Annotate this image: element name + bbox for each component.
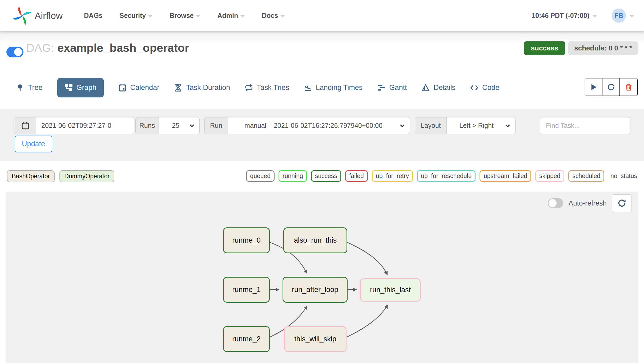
dag-name: example_bash_operator (57, 41, 189, 54)
state-legend-queued[interactable]: queued (246, 170, 275, 182)
runs-select[interactable]: 25 (159, 117, 200, 134)
top-navbar: Airflow DAGsSecurityBrowseAdminDocs 10:4… (0, 0, 644, 31)
tab-task-duration[interactable]: Task Duration (174, 84, 230, 92)
run-label: Run (204, 117, 228, 134)
schedule-badge[interactable]: schedule: 0 0 * * * (568, 41, 638, 55)
status-badge[interactable]: success (524, 41, 565, 55)
chevron-down-icon[interactable] (630, 15, 634, 18)
auto-refresh-toggle[interactable] (548, 198, 563, 208)
tab-label: Code (482, 84, 500, 92)
graph-refresh-button[interactable] (612, 194, 631, 212)
chevron-down-icon (189, 123, 195, 129)
task-node-run_this_last[interactable]: run_this_last (360, 278, 421, 302)
view-tabs: TreeGraphCalendarTask DurationTask Tries… (16, 78, 499, 97)
operator-legend-bashoperator[interactable]: BashOperator (7, 170, 55, 182)
nav-item-dags[interactable]: DAGs (84, 12, 102, 19)
run-select[interactable]: manual__2021-06-02T16:27:26.797940+00:00 (228, 117, 410, 134)
state-legend-upstream_failed[interactable]: upstream_failed (480, 170, 531, 182)
state-legend-no-status: no_status (610, 172, 637, 180)
tab-calendar[interactable]: Calendar (118, 84, 160, 92)
chevron-down-icon (399, 123, 405, 129)
tab-graph[interactable]: Graph (57, 78, 104, 97)
refresh-dag-button[interactable] (602, 78, 620, 96)
state-legend-skipped[interactable]: skipped (535, 170, 564, 182)
state-legend-running[interactable]: running (279, 170, 307, 182)
chevron-down-icon (593, 15, 597, 18)
run-value: manual__2021-06-02T16:27:26.797940+00:00 (244, 122, 383, 129)
state-legend-success[interactable]: success (311, 170, 341, 182)
dag-prefix: DAG: (26, 41, 54, 54)
nav-item-browse[interactable]: Browse (170, 12, 200, 19)
task-node-run_after_loop[interactable]: run_after_loop (283, 277, 348, 303)
tab-label: Task Tries (257, 84, 289, 92)
nav-item-docs[interactable]: Docs (262, 12, 285, 19)
operator-legend-dummyoperator[interactable]: DummyOperator (59, 170, 114, 182)
state-legend-scheduled[interactable]: scheduled (568, 170, 604, 182)
task-node-runme_2[interactable]: runme_2 (223, 326, 270, 352)
delete-dag-button[interactable] (620, 78, 638, 96)
layout-select[interactable]: Left > Right (447, 117, 516, 134)
tab-task-tries[interactable]: Task Tries (245, 84, 289, 92)
nav-right: 10:46 PDT (-07:00) FB (532, 9, 634, 23)
runs-value: 25 (172, 122, 179, 129)
runs-group: Runs 25 (135, 117, 200, 134)
run-group: Run manual__2021-06-02T16:27:26.797940+0… (204, 117, 410, 134)
base-date-input[interactable] (36, 117, 134, 134)
nav-item-security[interactable]: Security (120, 12, 153, 19)
layout-value: Left > Right (459, 122, 494, 129)
nav-item-admin[interactable]: Admin (217, 12, 245, 19)
chevron-down-icon (148, 15, 152, 18)
chevron-down-icon (240, 15, 245, 18)
code-icon (470, 84, 478, 92)
state-legend: queuedrunningsuccessfailedup_for_retryup… (246, 170, 637, 182)
base-date-group (15, 117, 134, 134)
task-node-runme_1[interactable]: runme_1 (223, 277, 270, 303)
chevron-down-icon (196, 15, 200, 18)
update-button[interactable]: Update (15, 136, 52, 152)
task-node-this_will_skip[interactable]: this_will_skip (284, 326, 347, 352)
dag-graph-panel: Auto-refresh runme_0also_run_thisrunme_1… (6, 192, 638, 363)
task-node-also_run_this[interactable]: also_run_this (283, 227, 347, 253)
layout-group: Layout Left > Right (415, 117, 516, 134)
nav-item-label: DAGs (84, 12, 102, 19)
airflow-pinwheel-icon (12, 6, 32, 26)
auto-refresh-label: Auto-refresh (569, 199, 607, 207)
avatar[interactable]: FB (612, 9, 626, 23)
find-task-input[interactable] (540, 117, 630, 134)
nav-menu: DAGsSecurityBrowseAdminDocs (84, 12, 285, 19)
trigger-dag-button[interactable] (585, 78, 602, 96)
legend-row: BashOperatorDummyOperator queuedrunnings… (0, 161, 644, 192)
page-title: DAG:example_bash_operator (26, 41, 189, 54)
task-node-runme_0[interactable]: runme_0 (223, 227, 270, 253)
runs-label: Runs (135, 117, 159, 134)
nav-item-label: Docs (262, 12, 278, 19)
gantt-icon (377, 84, 385, 92)
tab-code[interactable]: Code (470, 84, 500, 92)
tab-label: Calendar (130, 84, 160, 92)
state-legend-up_for_retry[interactable]: up_for_retry (372, 170, 413, 182)
state-legend-up_for_reschedule[interactable]: up_for_reschedule (417, 170, 476, 182)
dag-pause-toggle[interactable] (6, 47, 23, 57)
chevron-down-icon (280, 15, 285, 18)
tab-details[interactable]: Details (421, 84, 456, 92)
clock-label: 10:46 PDT (-07:00) (532, 12, 589, 19)
tab-label: Graph (77, 84, 96, 92)
edge-this_will_skip-to-run_this_last (347, 305, 388, 337)
details-icon (421, 84, 430, 92)
tab-label: Details (433, 84, 456, 92)
tab-gantt[interactable]: Gantt (377, 84, 407, 92)
filter-bar: Runs 25 Run manual__2021-06-02T16:27:26.… (0, 109, 644, 161)
tab-landing-times[interactable]: Landing Times (304, 84, 363, 92)
toggle-knob (549, 199, 557, 207)
datepicker-button[interactable] (15, 117, 36, 134)
airflow-brand[interactable]: Airflow (12, 6, 63, 26)
tab-tree[interactable]: Tree (16, 84, 43, 92)
operator-legend: BashOperatorDummyOperator (7, 170, 114, 182)
toggle-knob (14, 48, 22, 56)
graph-icon (65, 84, 73, 92)
tree-icon (16, 84, 24, 92)
nav-item-label: Browse (170, 12, 194, 19)
dag-header: DAG:example_bash_operator success schedu… (0, 31, 644, 75)
state-legend-failed[interactable]: failed (345, 170, 368, 182)
clock-dropdown[interactable]: 10:46 PDT (-07:00) (532, 12, 597, 19)
